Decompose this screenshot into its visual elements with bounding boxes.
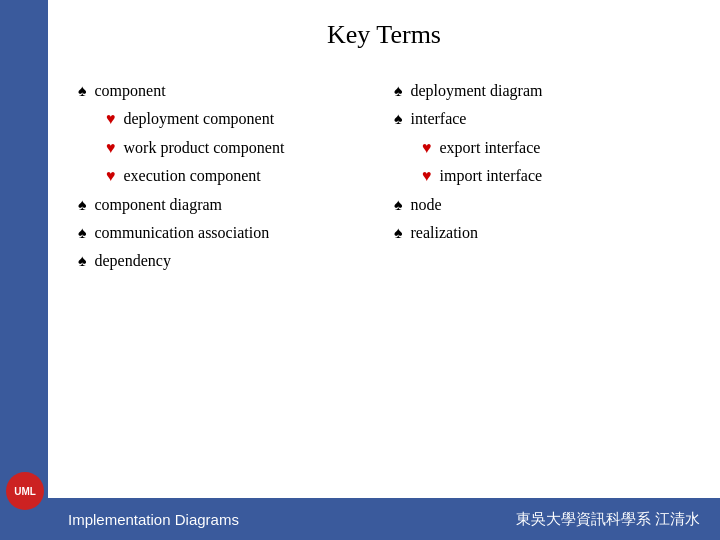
heart-icon: ♥ bbox=[422, 167, 432, 184]
list-item: ♥ deployment component bbox=[78, 108, 374, 130]
spade-icon: ♠ bbox=[78, 196, 87, 213]
term-text: dependency bbox=[95, 252, 171, 269]
spade-icon: ♠ bbox=[78, 82, 87, 99]
spade-icon: ♠ bbox=[394, 110, 403, 127]
term-text: execution component bbox=[124, 167, 261, 184]
term-text: component bbox=[95, 82, 166, 99]
term-text: import interface bbox=[440, 167, 543, 184]
main-content: Key Terms ♠ component ♥ deployment compo… bbox=[48, 0, 720, 540]
spade-icon: ♠ bbox=[394, 224, 403, 241]
left-column: ♠ component ♥ deployment component ♥ wor… bbox=[78, 80, 374, 279]
list-item: ♠ component diagram bbox=[78, 194, 374, 216]
footer-left-text: Implementation Diagrams bbox=[68, 511, 239, 528]
list-item: ♠ dependency bbox=[78, 250, 374, 272]
term-text: node bbox=[411, 196, 442, 213]
term-text: component diagram bbox=[95, 196, 223, 213]
term-text: deployment diagram bbox=[411, 82, 543, 99]
spade-icon: ♠ bbox=[394, 82, 403, 99]
list-item: ♠ node bbox=[394, 194, 690, 216]
left-bar: UML bbox=[0, 0, 48, 540]
list-item: ♠ interface bbox=[394, 108, 690, 130]
term-text: export interface bbox=[440, 139, 541, 156]
term-text: work product component bbox=[124, 139, 285, 156]
list-item: ♠ deployment diagram bbox=[394, 80, 690, 102]
heart-icon: ♥ bbox=[106, 139, 116, 156]
term-text: realization bbox=[411, 224, 479, 241]
spade-icon: ♠ bbox=[78, 224, 87, 241]
term-text: communication association bbox=[95, 224, 270, 241]
uml-logo: UML bbox=[6, 472, 44, 510]
list-item: ♥ execution component bbox=[78, 165, 374, 187]
list-item: ♥ work product component bbox=[78, 137, 374, 159]
page-title: Key Terms bbox=[78, 20, 690, 50]
term-text: deployment component bbox=[124, 110, 275, 127]
heart-icon: ♥ bbox=[422, 139, 432, 156]
footer: Implementation Diagrams 東吳大學資訊科學系 江清水 bbox=[48, 498, 720, 540]
list-item: ♠ component bbox=[78, 80, 374, 102]
list-item: ♥ import interface bbox=[394, 165, 690, 187]
spade-icon: ♠ bbox=[394, 196, 403, 213]
list-item: ♠ communication association bbox=[78, 222, 374, 244]
right-column: ♠ deployment diagram ♠ interface ♥ expor… bbox=[394, 80, 690, 279]
term-text: interface bbox=[411, 110, 467, 127]
footer-right-text: 東吳大學資訊科學系 江清水 bbox=[516, 510, 700, 529]
columns: ♠ component ♥ deployment component ♥ wor… bbox=[78, 80, 690, 279]
uml-logo-text: UML bbox=[6, 472, 44, 510]
spade-icon: ♠ bbox=[78, 252, 87, 269]
list-item: ♠ realization bbox=[394, 222, 690, 244]
heart-icon: ♥ bbox=[106, 167, 116, 184]
list-item: ♥ export interface bbox=[394, 137, 690, 159]
heart-icon: ♥ bbox=[106, 110, 116, 127]
